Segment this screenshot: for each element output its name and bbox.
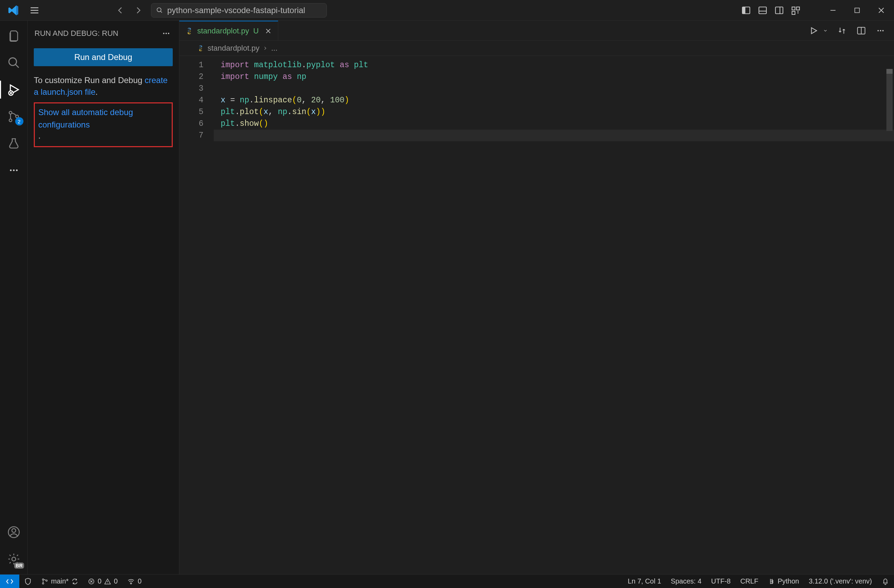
svg-point-28 [882,30,883,32]
run-debug-sidebar: RUN AND DEBUG: RUN Run and Debug To cust… [27,21,179,574]
svg-point-31 [46,580,47,581]
editor-more-icon[interactable] [875,25,886,36]
status-language[interactable]: Python [763,577,804,585]
split-editor-icon[interactable] [855,25,867,36]
layout-sidebar-right-icon[interactable] [773,5,785,16]
title-bar: python-sample-vscode-fastapi-tutorial [0,0,894,21]
nav-forward-button[interactable] [131,3,145,17]
svg-point-33 [131,582,132,584]
status-ports[interactable]: 0 [122,577,146,585]
compare-changes-icon[interactable] [836,25,848,36]
nav-back-button[interactable] [114,3,128,17]
activity-testing[interactable] [6,135,22,152]
svg-point-13 [9,111,12,114]
code-editor[interactable]: 1234567 import matplotlib.pyplot as plti… [179,56,894,574]
status-encoding[interactable]: UTF-8 [707,577,736,585]
scm-badge: 2 [15,117,23,125]
code-content[interactable]: import matplotlib.pyplot as pltimport nu… [214,56,894,574]
show-all-configs-link[interactable]: Show all automatic debug configurations [38,106,168,131]
activity-search[interactable] [6,54,22,71]
svg-rect-2 [742,7,745,14]
svg-rect-10 [855,8,859,12]
activity-explorer[interactable] [6,27,22,44]
svg-point-9 [797,11,799,12]
sidebar-title: RUN AND DEBUG: RUN [35,29,118,38]
svg-point-16 [10,170,11,171]
svg-point-21 [12,557,15,561]
svg-point-26 [877,30,879,32]
highlight-box: Show all automatic debug configurations. [34,103,173,147]
editor-area: standardplot.py U [179,21,894,574]
tab-close-icon[interactable] [265,27,272,35]
chevron-right-icon [263,46,267,51]
tab-filename: standardplot.py [197,27,249,36]
scrollbar-track [886,69,892,131]
run-and-debug-button[interactable]: Run and Debug [34,48,173,66]
settings-badge: BR [14,562,24,569]
window-close-button[interactable] [875,5,887,16]
hamburger-menu-icon[interactable] [24,5,45,16]
svg-point-29 [42,579,44,580]
svg-point-14 [9,119,12,122]
status-spaces[interactable]: Spaces: 4 [666,577,707,585]
activity-run-debug[interactable] [6,81,22,98]
status-eol[interactable]: CRLF [735,577,763,585]
svg-rect-4 [775,7,783,14]
svg-rect-6 [796,7,800,10]
python-file-icon [197,45,204,52]
svg-point-24 [168,33,169,34]
status-branch[interactable]: main* [36,577,83,585]
line-number-gutter: 1234567 [179,56,214,574]
search-text: python-sample-vscode-fastapi-tutorial [167,6,305,15]
activity-settings[interactable]: BR [6,551,22,567]
svg-rect-3 [759,7,766,14]
svg-point-23 [166,33,167,34]
svg-point-30 [42,582,44,584]
layout-customize-icon[interactable] [790,5,802,16]
status-interpreter[interactable]: 3.12.0 ('.venv': venv) [804,577,877,585]
status-trust[interactable] [19,577,36,585]
sync-icon[interactable] [71,578,78,585]
activity-source-control[interactable]: 2 [6,108,22,125]
window-minimize-button[interactable] [827,5,839,16]
svg-rect-5 [792,7,795,10]
scrollbar-thumb[interactable] [886,69,892,74]
svg-point-11 [9,58,16,65]
status-notifications[interactable] [877,577,894,585]
remote-indicator[interactable] [0,574,19,588]
window-maximize-button[interactable] [851,5,863,16]
layout-sidebar-left-icon[interactable] [740,5,752,16]
svg-point-22 [163,33,165,34]
python-file-icon [186,27,193,35]
breadcrumb-more: ... [271,44,277,53]
svg-point-0 [157,8,162,12]
status-cursor[interactable]: Ln 7, Col 1 [623,577,666,585]
activity-bar: 2 BR [0,21,27,574]
activity-accounts[interactable] [6,524,22,540]
run-dropdown-icon[interactable] [822,25,829,36]
command-center-search[interactable]: python-sample-vscode-fastapi-tutorial [151,3,327,18]
customize-text: To customize Run and Debug [34,75,145,85]
svg-point-18 [16,170,18,171]
status-bar: main* 0 0 0 Ln 7, Col 1 Spaces: 4 UTF-8 … [0,574,894,588]
activity-more[interactable] [6,162,22,178]
vscode-logo [3,5,24,16]
breadcrumb-file: standardplot.py [208,44,259,53]
tab-standardplot[interactable]: standardplot.py U [179,21,278,40]
svg-rect-7 [792,11,795,15]
breadcrumb[interactable]: standardplot.py ... [179,41,894,56]
editor-scrollbar[interactable] [886,56,892,574]
status-problems[interactable]: 0 0 [83,577,122,585]
svg-point-17 [13,170,15,171]
run-file-button[interactable] [808,25,820,36]
tab-modified-marker: U [253,27,258,36]
sidebar-more-icon[interactable] [160,27,172,39]
customize-text-block: To customize Run and Debug create a laun… [34,74,173,98]
svg-point-20 [12,529,15,532]
editor-tabs: standardplot.py U [179,21,894,41]
svg-point-8 [797,12,799,13]
layout-panel-bottom-icon[interactable] [757,5,769,16]
svg-point-27 [880,30,881,32]
